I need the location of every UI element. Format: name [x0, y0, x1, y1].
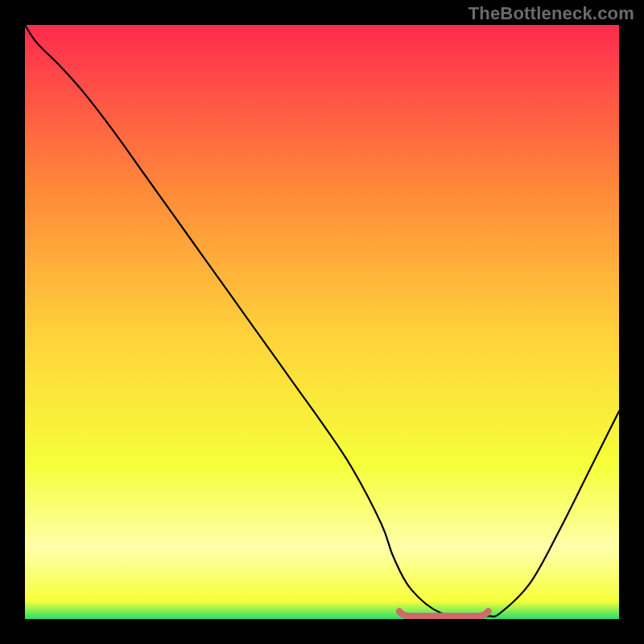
chart-area — [25, 25, 619, 619]
watermark-text: TheBottleneck.com — [469, 3, 634, 24]
gradient-background — [25, 25, 619, 619]
bottleneck-curve-chart — [25, 25, 619, 619]
